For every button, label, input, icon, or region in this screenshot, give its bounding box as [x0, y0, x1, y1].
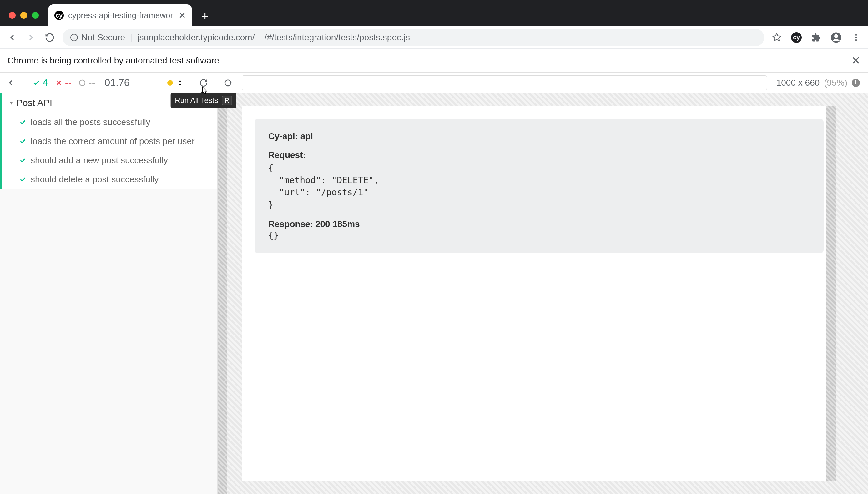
svg-point-7 — [855, 39, 857, 41]
runner-main: ▾ Post API loads all the posts successfu… — [0, 93, 868, 494]
pending-count-value: -- — [89, 77, 95, 89]
response-body: {} — [268, 230, 810, 241]
info-icon: i — [852, 79, 860, 87]
passed-count-value: 4 — [42, 77, 48, 89]
check-icon — [19, 119, 26, 126]
viewport-dims: 1000 x 660 — [776, 78, 820, 88]
circle-icon — [78, 79, 86, 87]
svg-point-10 — [225, 80, 231, 86]
failed-count-value: -- — [65, 77, 72, 89]
test-title: should add a new post successfully — [31, 155, 168, 165]
command-log-sidebar: ▾ Post API loads all the posts successfu… — [0, 93, 218, 494]
check-icon — [19, 157, 26, 164]
aut-url-input[interactable] — [242, 75, 767, 90]
address-bar[interactable]: Not Secure | jsonplaceholder.typicode.co… — [62, 29, 764, 46]
new-tab-button[interactable]: + — [201, 10, 209, 23]
automation-banner-text: Chrome is being controlled by automated … — [7, 56, 222, 66]
tab-favicon: cy — [54, 11, 64, 20]
test-stats: 4 -- -- — [33, 77, 95, 89]
test-row[interactable]: should add a new post successfully — [0, 151, 217, 170]
cypress-extension-icon[interactable]: cy — [791, 32, 802, 43]
api-title: Cy-api: api — [268, 131, 810, 141]
security-label: Not Secure — [81, 33, 125, 42]
aut-scrollbar[interactable] — [826, 106, 836, 481]
tooltip-text: Run All Tests — [175, 96, 218, 105]
browser-toolbar: Not Secure | jsonplaceholder.typicode.co… — [0, 26, 868, 49]
check-icon — [19, 176, 26, 183]
nav-back-button[interactable] — [6, 32, 18, 43]
selector-playground-button[interactable] — [224, 78, 232, 87]
url-text: jsonplaceholder.typicode.com/__/#/tests/… — [137, 33, 410, 42]
automation-banner: Chrome is being controlled by automated … — [0, 49, 868, 73]
profile-avatar-icon[interactable] — [830, 32, 842, 43]
test-title: loads the correct amount of posts per us… — [31, 136, 195, 146]
viewport-scale: (95%) — [824, 78, 847, 88]
response-status: 200 — [315, 219, 330, 229]
pending-count: -- — [78, 77, 95, 89]
status-dot-icon — [167, 80, 173, 86]
security-status[interactable]: Not Secure — [70, 33, 125, 42]
browser-tab-strip: cy cypress-api-testing-framewor ✕ + — [0, 0, 868, 26]
svg-point-8 — [79, 80, 85, 86]
crosshair-icon — [224, 78, 232, 87]
reporter-back-button[interactable] — [5, 78, 16, 87]
check-icon — [19, 138, 26, 145]
nav-forward-button[interactable] — [25, 32, 37, 43]
check-icon — [33, 79, 40, 87]
separator: | — [130, 33, 132, 42]
x-icon — [55, 79, 62, 87]
viewport-info[interactable]: 1000 x 660 (95%) i — [776, 78, 860, 88]
toolbar-actions: cy — [771, 32, 862, 43]
bookmark-star-icon[interactable] — [771, 32, 782, 43]
passed-count: 4 — [33, 77, 48, 89]
request-label: Request: — [268, 150, 810, 160]
response-label: Response: — [268, 219, 313, 229]
cypress-header: 4 -- -- 01.76 Run All Tests R — [0, 73, 868, 93]
test-list: loads all the posts successfullyloads th… — [0, 113, 217, 189]
failed-count: -- — [55, 77, 72, 89]
test-title: loads all the posts successfully — [31, 117, 150, 127]
test-title: should delete a post successfully — [31, 174, 158, 185]
extensions-icon[interactable] — [810, 32, 822, 43]
caret-down-icon: ▾ — [10, 100, 13, 106]
svg-point-4 — [834, 34, 838, 38]
info-icon — [70, 34, 78, 42]
tooltip: Run All Tests R — [170, 93, 236, 108]
duration: 01.76 — [104, 77, 130, 89]
aut-wrapper: Cy-api: api Request: { "method": "DELETE… — [218, 93, 868, 494]
browser-tab[interactable]: cy cypress-api-testing-framewor ✕ — [48, 4, 192, 26]
aut-iframe: Cy-api: api Request: { "method": "DELETE… — [242, 106, 836, 481]
rerun-icon — [199, 78, 208, 87]
browser-menu-icon[interactable] — [850, 32, 862, 43]
rerun-button[interactable]: Run All Tests R — [199, 78, 208, 87]
window-minimize-button[interactable] — [20, 12, 27, 19]
api-panel: Cy-api: api Request: { "method": "DELETE… — [254, 119, 824, 253]
request-body: { "method": "DELETE", "url": "/posts/1" … — [268, 162, 810, 211]
auto-scroll-toggle[interactable] — [167, 78, 184, 87]
window-controls — [0, 0, 39, 19]
test-row[interactable]: should delete a post successfully — [0, 170, 217, 189]
test-row[interactable]: loads all the posts successfully — [0, 113, 217, 132]
runner-controls: Run All Tests R — [167, 78, 232, 87]
window-close-button[interactable] — [9, 12, 16, 19]
nav-reload-button[interactable] — [44, 32, 56, 43]
tab-title: cypress-api-testing-framewor — [68, 11, 174, 20]
window-maximize-button[interactable] — [32, 12, 39, 19]
suite-title: Post API — [16, 98, 52, 108]
tab-close-icon[interactable]: ✕ — [178, 10, 186, 21]
response-header: Response: 200 185ms — [268, 219, 810, 229]
test-row[interactable]: loads the correct amount of posts per us… — [0, 132, 217, 151]
svg-point-5 — [855, 34, 857, 36]
banner-close-icon[interactable]: ✕ — [851, 54, 861, 67]
arrows-vertical-icon — [177, 78, 184, 87]
tooltip-shortcut: R — [222, 96, 232, 105]
response-time: 185ms — [332, 219, 360, 229]
svg-point-6 — [855, 37, 857, 38]
